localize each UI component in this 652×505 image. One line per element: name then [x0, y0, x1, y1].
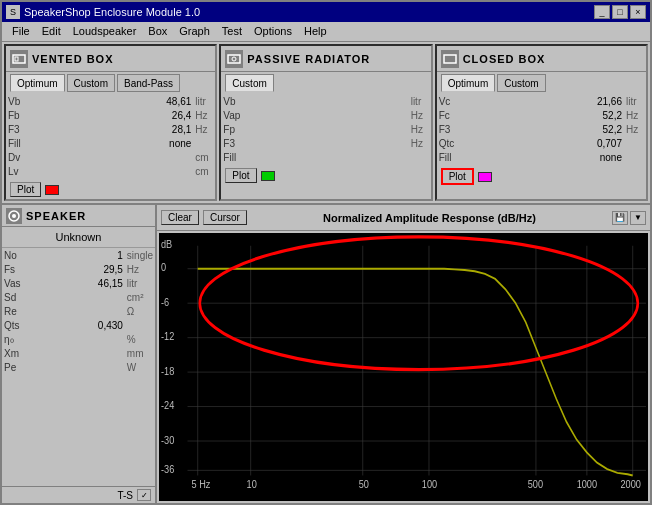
vented-box-tabs: Optimum Custom Band-Pass [6, 72, 215, 94]
clear-button[interactable]: Clear [161, 210, 199, 225]
passive-row-vap: Vap Hz [221, 108, 430, 122]
passive-row-fp: Fp Hz [221, 122, 430, 136]
passive-plot-button[interactable]: Plot [225, 168, 256, 183]
vented-tab-custom[interactable]: Custom [67, 74, 115, 92]
vented-box-title: VENTED BOX [32, 53, 114, 65]
svg-text:0: 0 [161, 261, 166, 273]
closed-plot-row: Plot [437, 166, 646, 187]
menu-bar: File Edit Loudspeaker Box Graph Test Opt… [2, 22, 650, 42]
menu-options[interactable]: Options [248, 24, 298, 39]
svg-text:2000: 2000 [620, 478, 641, 490]
bottom-section: SPEAKER Unknown No 1 single Fs 29,5 Hz [2, 205, 650, 503]
closed-box-panel: CLOSED BOX Optimum Custom Vc 21,66 litr … [435, 44, 648, 201]
svg-text:10: 10 [247, 478, 257, 490]
vented-plot-button[interactable]: Plot [10, 182, 41, 197]
vented-row-fb: Fb 26,4 Hz [6, 108, 215, 122]
speaker-row-qts: Qts 0,430 [2, 318, 155, 332]
closed-tab-custom[interactable]: Custom [497, 74, 545, 92]
graph-title: Normalized Amplitude Response (dB/Hz) [251, 212, 608, 224]
closed-box-tabs: Optimum Custom [437, 72, 646, 94]
vented-tab-optimum[interactable]: Optimum [10, 74, 65, 92]
speaker-name: Unknown [56, 231, 102, 243]
closed-color-indicator [478, 172, 492, 182]
vented-box-panel: VENTED BOX Optimum Custom Band-Pass Vb 4… [4, 44, 217, 201]
speaker-section-title: SPEAKER [26, 210, 86, 222]
window-controls: _ □ × [594, 5, 646, 19]
vented-box-icon [10, 50, 28, 68]
svg-text:-30: -30 [161, 434, 174, 446]
menu-edit[interactable]: Edit [36, 24, 67, 39]
menu-graph[interactable]: Graph [173, 24, 216, 39]
vented-plot-row: Plot [6, 180, 215, 199]
menu-help[interactable]: Help [298, 24, 333, 39]
svg-text:50: 50 [359, 478, 369, 490]
passive-plot-row: Plot [221, 166, 430, 185]
closed-row-fill: Fill none [437, 150, 646, 164]
menu-file[interactable]: File [6, 24, 36, 39]
passive-row-f3: F3 Hz [221, 136, 430, 150]
svg-point-6 [12, 214, 16, 218]
svg-text:-36: -36 [161, 463, 174, 475]
svg-text:dB: dB [161, 238, 172, 250]
svg-text:-24: -24 [161, 399, 174, 411]
svg-text:-12: -12 [161, 330, 174, 342]
passive-radiator-header: PASSIVE RADIATOR [221, 46, 430, 72]
speaker-row-no: No 1 single [2, 248, 155, 262]
graph-area: dB 0 -6 -12 [159, 233, 648, 501]
minimize-button[interactable]: _ [594, 5, 610, 19]
graph-panel: Clear Cursor Normalized Amplitude Respon… [157, 205, 650, 503]
vented-color-indicator [45, 185, 59, 195]
graph-dropdown-icon[interactable]: ▼ [630, 211, 646, 225]
graph-toolbar: Clear Cursor Normalized Amplitude Respon… [157, 205, 650, 231]
closed-box-header: CLOSED BOX [437, 46, 646, 72]
vented-row-fill: Fill none [6, 136, 215, 150]
closed-box-title: CLOSED BOX [463, 53, 546, 65]
title-bar: S SpeakerShop Enclosure Module 1.0 _ □ × [2, 2, 650, 22]
speaker-params-table: No 1 single Fs 29,5 Hz Vas 46,15 litr [2, 248, 155, 374]
cursor-button[interactable]: Cursor [203, 210, 247, 225]
graph-save-icon[interactable]: 💾 [612, 211, 628, 225]
closed-row-fc: Fc 52,2 Hz [437, 108, 646, 122]
passive-radiator-panel: PASSIVE RADIATOR Custom Vb litr Vap Hz [219, 44, 432, 201]
menu-loudspeaker[interactable]: Loudspeaker [67, 24, 143, 39]
speaker-row-eta: η₀ % [2, 332, 155, 346]
main-window: S SpeakerShop Enclosure Module 1.0 _ □ ×… [0, 0, 652, 505]
svg-rect-1 [15, 57, 18, 61]
svg-text:-18: -18 [161, 365, 174, 377]
passive-radiator-icon [225, 50, 243, 68]
menu-box[interactable]: Box [142, 24, 173, 39]
svg-rect-2 [228, 55, 240, 63]
svg-text:5 Hz: 5 Hz [192, 478, 211, 490]
close-button[interactable]: × [630, 5, 646, 19]
passive-row-vb: Vb litr [221, 94, 430, 108]
svg-rect-4 [444, 55, 456, 63]
passive-tab-custom[interactable]: Custom [225, 74, 273, 92]
closed-tab-optimum[interactable]: Optimum [441, 74, 496, 92]
vented-row-lv: Lv cm [6, 164, 215, 178]
closed-box-icon [441, 50, 459, 68]
closed-row-qtc: Qtc 0,707 [437, 136, 646, 150]
menu-test[interactable]: Test [216, 24, 248, 39]
passive-row-fill: Fill [221, 150, 430, 164]
vented-tab-bandpass[interactable]: Band-Pass [117, 74, 180, 92]
svg-text:500: 500 [528, 478, 543, 490]
closed-box-data: Vc 21,66 litr Fc 52,2 Hz F3 52,2 Hz [437, 94, 646, 164]
passive-color-indicator [261, 171, 275, 181]
box-panels: VENTED BOX Optimum Custom Band-Pass Vb 4… [2, 42, 650, 205]
vented-row-dv: Dv cm [6, 150, 215, 164]
vented-box-header: VENTED BOX [6, 46, 215, 72]
vented-row-f3: F3 28,1 Hz [6, 122, 215, 136]
speaker-row-fs: Fs 29,5 Hz [2, 262, 155, 276]
app-icon: S [6, 5, 20, 19]
vented-box-data: Vb 48,61 litr Fb 26,4 Hz F3 28,1 Hz [6, 94, 215, 178]
svg-text:1000: 1000 [577, 478, 598, 490]
maximize-button[interactable]: □ [612, 5, 628, 19]
passive-radiator-tabs: Custom [221, 72, 430, 94]
speaker-name-section: Unknown [2, 227, 155, 248]
passive-radiator-data: Vb litr Vap Hz Fp Hz F3 [221, 94, 430, 164]
svg-rect-7 [159, 233, 648, 501]
closed-row-vc: Vc 21,66 litr [437, 94, 646, 108]
svg-text:-6: -6 [161, 296, 169, 308]
speaker-row-re: Re Ω [2, 304, 155, 318]
closed-plot-button[interactable]: Plot [441, 168, 474, 185]
